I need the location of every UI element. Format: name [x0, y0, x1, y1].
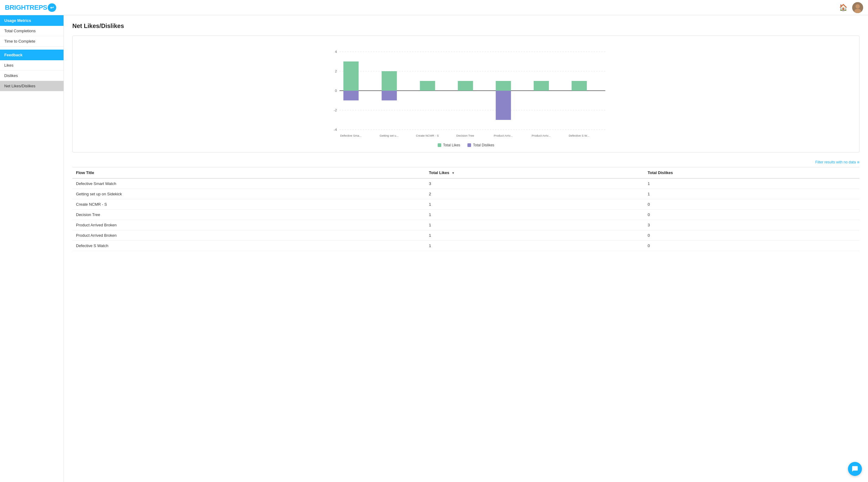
svg-text:Decision Tree: Decision Tree — [457, 134, 474, 137]
sidebar-item-time-to-complete[interactable]: Time to Complete — [0, 36, 64, 47]
cell-flow-title-1: Getting set up on Sidekick — [72, 189, 425, 199]
table-row: Create NCMR - S 1 0 — [72, 199, 860, 210]
bar-chart: 4 2 0 -2 -4 Defective Sma... — [78, 42, 854, 139]
chart-area: 4 2 0 -2 -4 Defective Sma... — [78, 42, 854, 139]
sidebar-item-total-completions[interactable]: Total Completions — [0, 26, 64, 36]
sort-icon: ▼ — [452, 171, 455, 175]
table-body: Defective Smart Watch 3 1 Getting set up… — [72, 178, 860, 251]
cell-total-dislikes-6: 0 — [644, 241, 860, 251]
cell-total-likes-4: 1 — [425, 220, 644, 230]
sidebar-item-dislikes[interactable]: Dislikes — [0, 70, 64, 81]
cell-total-dislikes-1: 1 — [644, 189, 860, 199]
chart-container: 4 2 0 -2 -4 Defective Sma... — [72, 36, 860, 152]
svg-text:2: 2 — [335, 69, 337, 73]
svg-point-1 — [856, 4, 860, 8]
main-layout: Usage Metrics Total Completions Time to … — [0, 15, 868, 482]
bar-dislikes-4 — [496, 91, 511, 120]
table-row: Defective S Watch 1 0 — [72, 241, 860, 251]
cell-flow-title-5: Product Arrived Broken — [72, 230, 425, 241]
legend-dislikes: Total Dislikes — [467, 143, 494, 147]
cell-total-dislikes-3: 0 — [644, 210, 860, 220]
table-row: Decision Tree 1 0 — [72, 210, 860, 220]
bar-likes-4 — [496, 81, 511, 91]
cell-flow-title-0: Defective Smart Watch — [72, 178, 425, 189]
cell-total-likes-5: 1 — [425, 230, 644, 241]
table-row: Product Arrived Broken 1 0 — [72, 230, 860, 241]
logo-icon: ↩ — [48, 3, 56, 12]
bar-dislikes-1 — [382, 91, 397, 101]
sidebar-section-usage-metrics[interactable]: Usage Metrics — [0, 15, 64, 26]
main-content: Net Likes/Dislikes 4 2 0 -2 — [64, 15, 868, 482]
table-row: Product Arrived Broken 1 3 — [72, 220, 860, 230]
cell-total-likes-6: 1 — [425, 241, 644, 251]
filter-link[interactable]: Filter results with no data ≡ — [815, 160, 860, 165]
bar-likes-5 — [534, 81, 549, 91]
home-icon[interactable]: 🏠 — [839, 4, 847, 11]
sidebar-section-feedback[interactable]: Feedback — [0, 50, 64, 60]
page-title: Net Likes/Dislikes — [72, 23, 860, 30]
filter-icon: ≡ — [857, 160, 860, 165]
col-total-dislikes: Total Dislikes — [644, 167, 860, 179]
svg-text:-2: -2 — [334, 108, 337, 112]
sidebar: Usage Metrics Total Completions Time to … — [0, 15, 64, 482]
table-row: Defective Smart Watch 3 1 — [72, 178, 860, 189]
cell-total-likes-1: 2 — [425, 189, 644, 199]
table-row: Getting set up on Sidekick 2 1 — [72, 189, 860, 199]
cell-flow-title-3: Decision Tree — [72, 210, 425, 220]
table-filter-row: Filter results with no data ≡ — [72, 160, 860, 165]
table-header: Flow Title Total Likes ▼ Total Dislikes — [72, 167, 860, 179]
bar-likes-3 — [458, 81, 473, 91]
app-header: BRIGHTREPS ↩ 🏠 — [0, 0, 868, 15]
svg-text:4: 4 — [335, 50, 337, 54]
col-flow-title: Flow Title — [72, 167, 425, 179]
cell-total-dislikes-5: 0 — [644, 230, 860, 241]
cell-total-dislikes-2: 0 — [644, 199, 860, 210]
cell-flow-title-6: Defective S Watch — [72, 241, 425, 251]
data-table: Flow Title Total Likes ▼ Total Dislikes … — [72, 167, 860, 251]
svg-text:Product Arriv...: Product Arriv... — [494, 134, 513, 137]
svg-text:Getting set u...: Getting set u... — [380, 134, 398, 137]
legend-dislikes-dot — [467, 143, 471, 147]
chart-legend: Total Likes Total Dislikes — [78, 143, 854, 147]
legend-likes-dot — [438, 143, 441, 147]
bar-likes-1 — [382, 71, 397, 91]
chat-button[interactable] — [848, 462, 862, 476]
bar-likes-2 — [420, 81, 435, 91]
avatar[interactable] — [852, 2, 863, 13]
bar-likes-6 — [572, 81, 587, 91]
cell-total-likes-2: 1 — [425, 199, 644, 210]
svg-text:Product Arriv...: Product Arriv... — [532, 134, 550, 137]
bar-likes-0 — [343, 61, 359, 91]
logo-text: BRIGHTREPS — [5, 4, 47, 11]
header-right: 🏠 — [839, 2, 863, 13]
svg-text:Defective S W...: Defective S W... — [569, 134, 589, 137]
logo[interactable]: BRIGHTREPS ↩ — [5, 3, 56, 12]
cell-total-likes-3: 1 — [425, 210, 644, 220]
svg-text:Create NCMR - S: Create NCMR - S — [416, 134, 439, 137]
cell-flow-title-4: Product Arrived Broken — [72, 220, 425, 230]
col-total-likes[interactable]: Total Likes ▼ — [425, 167, 644, 179]
cell-total-likes-0: 3 — [425, 178, 644, 189]
cell-flow-title-2: Create NCMR - S — [72, 199, 425, 210]
bar-dislikes-0 — [343, 91, 359, 101]
sidebar-item-likes[interactable]: Likes — [0, 60, 64, 70]
svg-text:-4: -4 — [334, 127, 337, 132]
svg-text:Defective Sma...: Defective Sma... — [340, 134, 361, 137]
sidebar-item-net-likes-dislikes[interactable]: Net Likes/Dislikes — [0, 81, 64, 91]
legend-likes: Total Likes — [438, 143, 460, 147]
svg-text:0: 0 — [335, 89, 337, 92]
cell-total-dislikes-4: 3 — [644, 220, 860, 230]
cell-total-dislikes-0: 1 — [644, 178, 860, 189]
